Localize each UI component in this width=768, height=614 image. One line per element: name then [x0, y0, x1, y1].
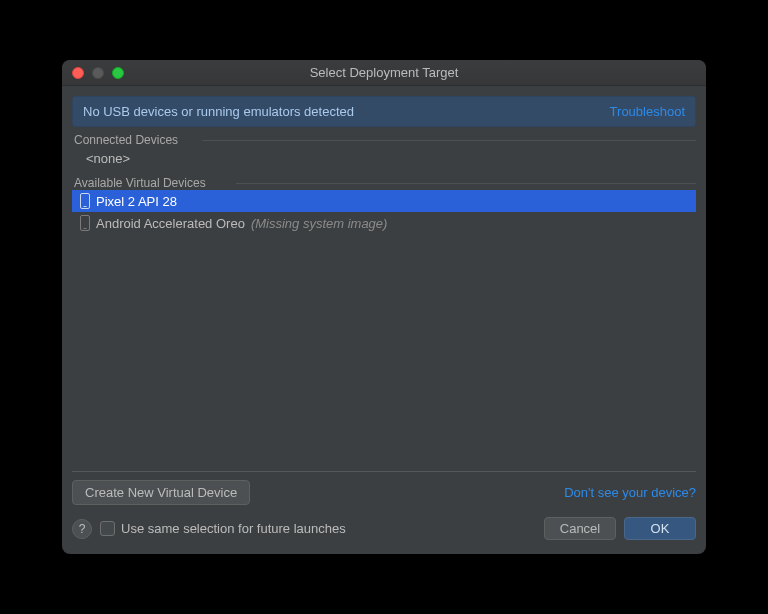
- dialog-buttons: Cancel OK: [544, 517, 696, 540]
- left-controls: ? Use same selection for future launches: [72, 519, 346, 539]
- device-name-label: Pixel 2 API 28: [96, 194, 177, 209]
- remember-selection-checkbox[interactable]: [100, 521, 115, 536]
- dialog-content: No USB devices or running emulators dete…: [62, 86, 706, 554]
- close-window-button[interactable]: [72, 67, 84, 79]
- device-row[interactable]: Pixel 2 API 28: [72, 190, 696, 212]
- window-title: Select Deployment Target: [62, 65, 706, 80]
- connected-devices-none: <none>: [72, 147, 696, 170]
- titlebar: Select Deployment Target: [62, 60, 706, 86]
- device-list-fill: [72, 234, 696, 472]
- phone-icon: [80, 215, 90, 231]
- connected-devices-header: Connected Devices: [72, 133, 696, 147]
- available-devices-header: Available Virtual Devices: [72, 176, 696, 190]
- remember-selection-control: Use same selection for future launches: [100, 521, 346, 536]
- banner-message: No USB devices or running emulators dete…: [83, 104, 354, 119]
- window-controls: [62, 67, 124, 79]
- status-banner: No USB devices or running emulators dete…: [72, 96, 696, 127]
- zoom-window-button[interactable]: [112, 67, 124, 79]
- device-name-label: Android Accelerated Oreo: [96, 216, 245, 231]
- dont-see-your-device-link[interactable]: Don't see your device?: [564, 485, 696, 500]
- dialog-window: Select Deployment Target No USB devices …: [62, 60, 706, 554]
- device-row[interactable]: Android Accelerated Oreo (Missing system…: [72, 212, 696, 234]
- create-row: Create New Virtual Device Don't see your…: [72, 480, 696, 505]
- minimize-window-button[interactable]: [92, 67, 104, 79]
- phone-icon: [80, 193, 90, 209]
- remember-selection-label: Use same selection for future launches: [121, 521, 346, 536]
- cancel-button[interactable]: Cancel: [544, 517, 616, 540]
- action-row: ? Use same selection for future launches…: [72, 517, 696, 544]
- ok-button[interactable]: OK: [624, 517, 696, 540]
- help-button[interactable]: ?: [72, 519, 92, 539]
- create-new-virtual-device-button[interactable]: Create New Virtual Device: [72, 480, 250, 505]
- device-note-label: (Missing system image): [251, 216, 388, 231]
- troubleshoot-link[interactable]: Troubleshoot: [610, 104, 685, 119]
